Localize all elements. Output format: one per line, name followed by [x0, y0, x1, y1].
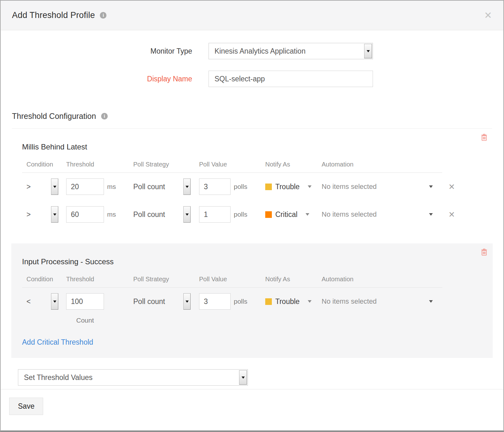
monitor-type-value: Kinesis Analytics Application — [215, 47, 306, 55]
chevron-down-icon — [306, 213, 309, 216]
notify-as-value: Critical — [275, 210, 297, 219]
chevron-down-icon — [186, 213, 189, 216]
column-header-condition: Condition — [22, 276, 66, 288]
chevron-down-icon — [367, 50, 370, 52]
column-header-threshold: Threshold — [66, 276, 133, 288]
automation-value: No items selected — [322, 297, 377, 306]
monitor-type-dropdown-button[interactable] — [364, 44, 372, 58]
threshold-configuration-header: Threshold Configuration i — [1, 112, 503, 129]
column-header-poll-value: Poll Value — [199, 161, 265, 173]
condition-dropdown-button[interactable] — [51, 293, 58, 310]
threshold-row: > ms Poll count polls Trouble No ite — [22, 173, 482, 201]
display-name-row: Display Name — [1, 71, 503, 87]
threshold-input[interactable] — [66, 178, 104, 195]
automation-select[interactable]: No items selected — [322, 293, 442, 310]
condition-dropdown-button[interactable] — [51, 178, 58, 195]
notify-as-value: Trouble — [275, 183, 300, 191]
threshold-caption: Count — [66, 317, 104, 324]
section-millis-behind-latest: Millis Behind Latest Condition Threshold… — [11, 129, 493, 238]
delete-section-icon[interactable] — [481, 248, 488, 256]
monitor-type-select[interactable]: Kinesis Analytics Application — [209, 43, 373, 59]
column-headers: Condition Threshold Poll Strategy Poll V… — [22, 276, 482, 288]
poll-strategy-value: Poll count — [133, 210, 165, 219]
condition-dropdown-button[interactable] — [51, 206, 58, 223]
info-icon[interactable]: i — [101, 113, 108, 120]
threshold-configuration-title: Threshold Configuration — [12, 112, 96, 121]
threshold-unit: ms — [107, 183, 116, 190]
automation-select[interactable]: No items selected — [322, 210, 442, 219]
chevron-down-icon — [308, 185, 312, 188]
delete-section-icon[interactable] — [481, 134, 488, 141]
column-header-notify-as: Notify As — [265, 276, 322, 288]
column-header-poll-strategy: Poll Strategy — [133, 161, 199, 173]
chevron-down-icon — [429, 213, 433, 216]
add-critical-threshold-link[interactable]: Add Critical Threshold — [22, 338, 93, 347]
chevron-down-icon — [53, 301, 56, 303]
add-threshold-profile-dialog: Add Threshold Profile i ✕ Monitor Type K… — [0, 0, 504, 432]
remove-row-icon[interactable]: ✕ — [442, 182, 461, 191]
poll-strategy-dropdown-button[interactable] — [183, 293, 191, 310]
poll-unit: polls — [234, 298, 247, 305]
poll-value-input[interactable] — [199, 206, 231, 223]
column-header-poll-value: Poll Value — [199, 276, 265, 288]
threshold-input[interactable] — [66, 293, 104, 310]
column-header-threshold: Threshold — [66, 161, 133, 173]
section-title: Millis Behind Latest — [22, 143, 482, 151]
condition-value: > — [26, 210, 31, 219]
top-form: Monitor Type Kinesis Analytics Applicati… — [1, 30, 503, 98]
poll-unit: polls — [234, 211, 247, 218]
chevron-down-icon — [429, 185, 433, 188]
remove-row-icon[interactable]: ✕ — [442, 210, 461, 219]
severity-swatch — [265, 184, 272, 190]
threshold-row: < Count Poll count polls Trouble No — [22, 288, 482, 330]
chevron-down-icon — [308, 300, 312, 303]
section-title: Input Processing - Success — [22, 257, 482, 266]
column-header-automation: Automation — [322, 276, 442, 288]
chevron-down-icon — [53, 186, 56, 188]
notify-as-select[interactable]: Critical — [265, 210, 322, 219]
chevron-down-icon — [429, 300, 433, 303]
set-threshold-values-value: Set Threshold Values — [24, 373, 93, 382]
close-icon[interactable]: ✕ — [484, 11, 492, 20]
column-header-automation: Automation — [322, 161, 442, 173]
poll-unit: polls — [234, 183, 247, 190]
poll-value-input[interactable] — [199, 293, 231, 310]
condition-value: < — [26, 297, 31, 306]
severity-swatch — [265, 211, 272, 218]
poll-strategy-dropdown-button[interactable] — [183, 178, 191, 195]
chevron-down-icon — [53, 213, 56, 216]
chevron-down-icon — [242, 377, 245, 379]
column-headers: Condition Threshold Poll Strategy Poll V… — [22, 161, 482, 173]
save-button[interactable]: Save — [9, 398, 43, 415]
set-threshold-values-select[interactable]: Set Threshold Values — [18, 369, 248, 386]
poll-strategy-value: Poll count — [133, 183, 165, 191]
dialog-title: Add Threshold Profile — [12, 10, 95, 20]
info-icon[interactable]: i — [100, 12, 106, 19]
dialog-footer: Save — [1, 389, 503, 430]
column-header-poll-strategy: Poll Strategy — [133, 276, 199, 288]
display-name-input[interactable] — [209, 71, 373, 87]
monitor-type-row: Monitor Type Kinesis Analytics Applicati… — [1, 43, 503, 59]
condition-value: > — [26, 183, 31, 191]
set-threshold-values-row: Set Threshold Values — [1, 358, 503, 386]
column-header-notify-as: Notify As — [265, 161, 322, 173]
threshold-input[interactable] — [66, 206, 104, 223]
section-input-processing-success: Input Processing - Success Condition Thr… — [11, 243, 493, 358]
automation-value: No items selected — [322, 183, 377, 191]
display-name-label: Display Name — [1, 75, 192, 83]
threshold-unit: ms — [107, 211, 116, 218]
poll-strategy-dropdown-button[interactable] — [183, 206, 191, 223]
automation-value: No items selected — [322, 210, 377, 219]
monitor-type-label: Monitor Type — [1, 47, 192, 55]
threshold-row: > ms Poll count polls Critical No it — [22, 201, 482, 228]
column-header-condition: Condition — [22, 161, 66, 173]
dialog-header: Add Threshold Profile i ✕ — [1, 1, 503, 30]
set-threshold-dropdown-button[interactable] — [239, 370, 247, 385]
poll-strategy-value: Poll count — [133, 297, 165, 306]
automation-select[interactable]: No items selected — [322, 183, 442, 191]
severity-swatch — [265, 298, 272, 305]
notify-as-select[interactable]: Trouble — [265, 293, 322, 310]
notify-as-value: Trouble — [275, 297, 300, 306]
poll-value-input[interactable] — [199, 178, 231, 195]
notify-as-select[interactable]: Trouble — [265, 183, 322, 191]
